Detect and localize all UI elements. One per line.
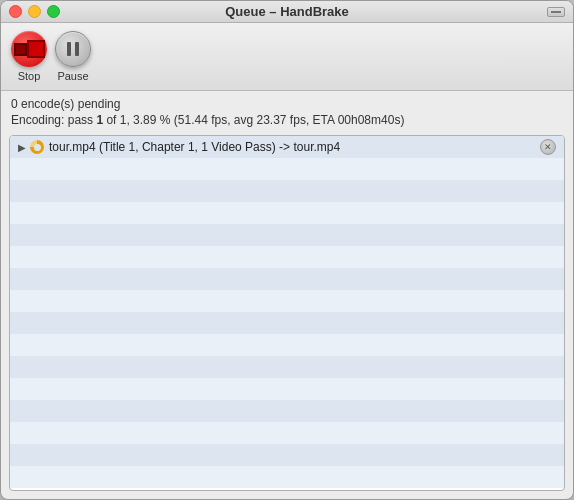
pause-button[interactable]: Pause [55, 31, 91, 82]
queue-item-active[interactable]: ▶ tour.mp4 (Title 1, Chapter 1, 1 Video … [10, 136, 564, 158]
queue-item-close-button[interactable] [540, 139, 556, 155]
toolbar: Stop Pause [1, 23, 573, 91]
main-window: Queue – HandBrake Stop Pause 0 encode(s)… [0, 0, 574, 500]
empty-row [10, 202, 564, 224]
stop-button[interactable]: Stop [11, 31, 47, 82]
pause-bars-icon [67, 42, 79, 56]
stop-label: Stop [18, 70, 41, 82]
encoding-spinner-icon [30, 140, 44, 154]
encoding-status: Encoding: pass 1 of 1, 3.89 % (51.44 fps… [11, 113, 563, 127]
empty-row [10, 180, 564, 202]
encoding-detail: of 1, 3.89 % (51.44 fps, avg 23.37 fps, … [103, 113, 404, 127]
pause-icon [55, 31, 91, 67]
empty-row [10, 268, 564, 290]
maximize-button[interactable] [47, 5, 60, 18]
row-arrow-icon: ▶ [18, 142, 26, 153]
stop-icon [11, 31, 47, 67]
traffic-lights [9, 5, 60, 18]
encoding-prefix: Encoding: pass [11, 113, 96, 127]
empty-row [10, 356, 564, 378]
empty-row [10, 400, 564, 422]
close-button[interactable] [9, 5, 22, 18]
empty-row [10, 378, 564, 400]
empty-row [10, 290, 564, 312]
empty-row [10, 334, 564, 356]
queue-item-text: tour.mp4 (Title 1, Chapter 1, 1 Video Pa… [49, 140, 540, 154]
title-bar: Queue – HandBrake [1, 1, 573, 23]
minimize-button[interactable] [28, 5, 41, 18]
queue-list: ▶ tour.mp4 (Title 1, Chapter 1, 1 Video … [10, 136, 564, 490]
pause-bar-left [67, 42, 71, 56]
pause-bar-right [75, 42, 79, 56]
empty-row [10, 246, 564, 268]
empty-row [10, 312, 564, 334]
queue-container: ▶ tour.mp4 (Title 1, Chapter 1, 1 Video … [9, 135, 565, 491]
window-title: Queue – HandBrake [225, 4, 349, 19]
window-minimize-btn[interactable] [547, 7, 565, 17]
empty-row [10, 224, 564, 246]
status-area: 0 encode(s) pending Encoding: pass 1 of … [1, 91, 573, 131]
empty-row [10, 422, 564, 444]
title-bar-right [547, 7, 565, 17]
empty-row [10, 466, 564, 488]
pending-status: 0 encode(s) pending [11, 97, 563, 111]
empty-row [10, 158, 564, 180]
empty-row [10, 444, 564, 466]
pause-label: Pause [57, 70, 88, 82]
